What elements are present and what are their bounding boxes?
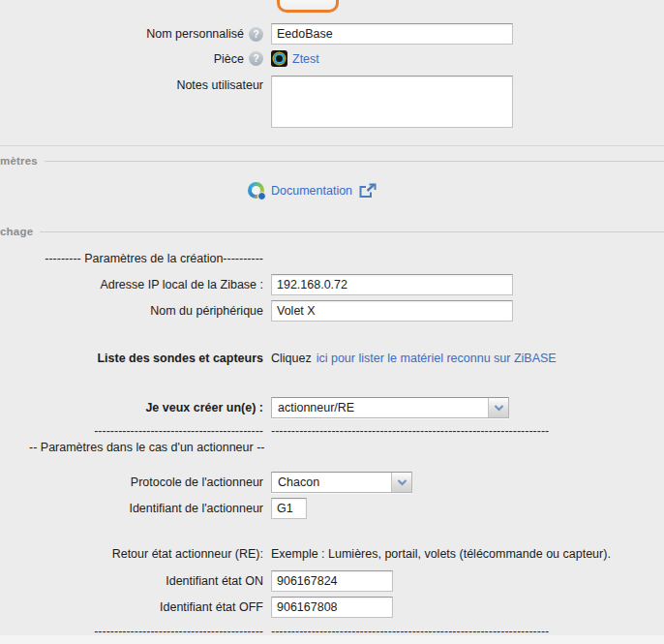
protocol-select[interactable]: Chacon xyxy=(271,472,412,493)
parameters-legend-text: mètres xyxy=(0,155,38,167)
state-off-input[interactable] xyxy=(271,597,393,618)
chevron-down-icon xyxy=(391,473,411,492)
zibase-logo-icon xyxy=(248,182,264,199)
room-app-icon xyxy=(271,50,287,67)
create-type-value: actionneur/RE xyxy=(272,398,488,417)
separator-left: ----------------------------------------… xyxy=(94,424,263,438)
state-feedback-row: Retour état actionneur (RE): Exemple : L… xyxy=(0,547,664,561)
actuator-id-label: Identifiant de l'actionneur xyxy=(129,502,263,515)
legend-divider xyxy=(40,231,664,232)
state-on-row: Identifiant état ON xyxy=(0,570,664,592)
help-icon[interactable]: ? xyxy=(249,27,263,42)
documentation-link[interactable]: Documentation xyxy=(271,184,352,198)
sensor-list-link[interactable]: ici pour lister le matériel reconnu sur … xyxy=(317,352,557,365)
cropped-top-button[interactable] xyxy=(277,0,339,13)
creation-header-row: --------- Paramètres de la création-----… xyxy=(0,252,664,265)
room-label: Pièce xyxy=(214,52,244,66)
separator-right: ----------------------------------------… xyxy=(271,424,549,438)
sensor-list-row: Liste des sondes et capteurs Cliquez ici… xyxy=(0,352,664,365)
ip-row: Adresse IP local de la Zibase : xyxy=(0,274,664,295)
creation-header: --------- Paramètres de la création-----… xyxy=(45,252,263,265)
custom-name-input[interactable] xyxy=(271,23,513,45)
create-type-row: Je veux créer un(e) : actionneur/RE xyxy=(0,397,664,418)
ip-input[interactable] xyxy=(271,274,513,295)
ip-label: Adresse IP local de la Zibase : xyxy=(100,278,263,291)
protocol-label: Protocole de l'actionneur xyxy=(131,475,263,489)
parameters-section-legend: mètres xyxy=(0,155,664,167)
dashed-separator: ----------------------------------------… xyxy=(0,424,664,438)
notes-label: Notes utilisateur xyxy=(176,78,263,92)
display-legend-text: chage xyxy=(0,226,33,237)
protocol-row: Protocole de l'actionneur Chacon xyxy=(0,472,664,493)
section-divider xyxy=(0,145,664,146)
custom-name-row: Nom personnalisé ? xyxy=(0,23,664,45)
create-type-label: Je veux créer un(e) : xyxy=(145,401,263,414)
actuator-id-row: Identifiant de l'actionneur xyxy=(0,498,664,519)
actuator-id-input[interactable] xyxy=(271,498,307,519)
state-on-label: Identifiant état ON xyxy=(166,574,263,588)
notes-textarea[interactable] xyxy=(271,76,513,128)
help-icon[interactable]: ? xyxy=(249,51,263,66)
custom-name-label: Nom personnalisé xyxy=(146,27,244,41)
device-name-label: Nom du périphérique xyxy=(150,304,263,318)
external-link-icon xyxy=(359,183,377,199)
room-row: Pièce ? Ztest xyxy=(0,50,664,67)
protocol-value: Chacon xyxy=(272,473,391,492)
room-link[interactable]: Ztest xyxy=(292,52,319,66)
legend-divider xyxy=(45,161,664,162)
chevron-down-icon xyxy=(488,398,508,417)
actuator-header-row: -- Paramètres dans le cas d'un actionneu… xyxy=(29,441,664,454)
state-off-label: Identifiant état OFF xyxy=(160,600,263,614)
sensor-list-label: Liste des sondes et capteurs xyxy=(97,352,263,365)
device-name-input[interactable] xyxy=(271,300,513,322)
device-name-row: Nom du périphérique xyxy=(0,300,664,322)
notes-row: Notes utilisateur xyxy=(0,76,664,128)
state-feedback-hint: Exemple : Lumières, portail, volets (tél… xyxy=(271,547,611,561)
state-feedback-label: Retour état actionneur (RE): xyxy=(112,547,263,561)
state-on-input[interactable] xyxy=(271,570,393,592)
create-type-select[interactable]: actionneur/RE xyxy=(271,397,509,418)
configuration-page: Nom personnalisé ? Pièce ? Ztest Notes u… xyxy=(0,0,664,644)
state-off-row: Identifiant état OFF xyxy=(0,597,664,618)
display-section-legend: chage xyxy=(0,226,664,237)
actuator-header: -- Paramètres dans le cas d'un actionneu… xyxy=(29,441,264,454)
documentation-row: Documentation xyxy=(248,182,377,199)
bottom-strip xyxy=(0,635,664,644)
sensor-list-prefix: Cliquez xyxy=(271,352,312,365)
